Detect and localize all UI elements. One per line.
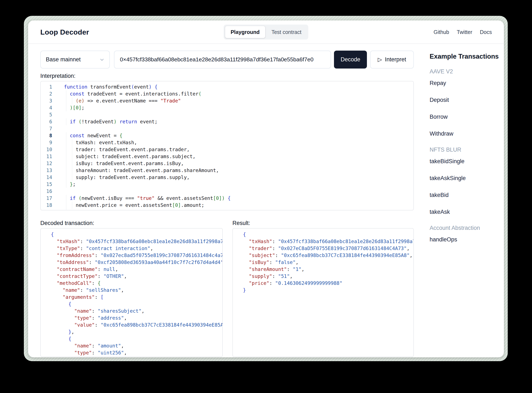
line-number: 9 <box>41 139 60 146</box>
indent-guide <box>64 209 70 210</box>
sidebar-group-nfts-blur: NFTS BLURtakeBidSingletakeAskSingletakeB… <box>430 147 504 216</box>
json-line: "subject": "0xc65fea898bcb37C7cE338184fe… <box>243 252 413 259</box>
code-line: 15}; <box>41 181 413 188</box>
network-select-value: Base mainnet <box>46 56 81 63</box>
sidebar-item-borrow[interactable]: Borrow <box>430 113 504 120</box>
indent-guide <box>64 132 70 139</box>
code-line: 17if (newEvent.isBuy === "true" && event… <box>41 195 413 202</box>
sidebar-item-withdraw[interactable]: Withdraw <box>430 130 504 137</box>
json-line: "price": "0.1463062499999999988" <box>243 280 413 287</box>
line-number: 16 <box>41 188 60 195</box>
code-line: 10trader: tradeEvent.event.params.trader… <box>41 146 413 153</box>
line-number: 15 <box>41 181 60 188</box>
link-github[interactable]: Github <box>434 29 449 35</box>
tab-bar: PlaygroundTest contract <box>224 25 308 39</box>
result-panel[interactable]: {"txHash": "0x457fcf338baf66a08ebc81ea1e… <box>232 228 414 357</box>
line-number: 10 <box>41 146 60 153</box>
header: Loop Decoder PlaygroundTest contract Git… <box>28 20 504 44</box>
json-line: { <box>51 335 222 342</box>
indent-guide <box>64 104 70 111</box>
result-label: Result: <box>232 220 250 226</box>
json-line: "fromAddress": "0x027ec8ad5f0755e8199c37… <box>51 252 222 259</box>
code-line: 8const newEvent = { <box>41 132 413 139</box>
line-number: 2 <box>41 90 60 97</box>
code-line: 6if (!tradeEvent) return event; <box>41 118 413 125</box>
header-links: GithubTwitterDocs <box>434 29 492 35</box>
code-line: 4)[0]; <box>41 104 413 111</box>
indent-guide <box>64 139 75 146</box>
sidebar-item-handleops[interactable]: handleOps <box>430 236 504 243</box>
json-line: { <box>51 231 222 238</box>
code-line: 18newEvent.price = event.assetsSent[0].a… <box>41 202 413 209</box>
decoded-transaction-panel[interactable]: {"txHash": "0x457fcf338baf66a08ebc81ea1e… <box>40 228 223 357</box>
json-line: "value": "1" <box>51 356 222 357</box>
line-number: 5 <box>41 111 60 118</box>
indent-guide <box>64 202 75 209</box>
tab-playground[interactable]: Playground <box>225 26 265 38</box>
link-docs[interactable]: Docs <box>480 29 492 35</box>
indent-guide <box>64 167 75 174</box>
json-line: "type": "uint256", <box>51 349 222 356</box>
json-line: "txType": "contract interaction", <box>51 245 222 252</box>
code-line: 19} <box>41 209 413 210</box>
sidebar-item-takeask[interactable]: takeAsk <box>430 208 504 216</box>
json-line: "value": "0xc65fea898bcb37C7cE338184fe44… <box>51 322 222 329</box>
sidebar-item-takebid[interactable]: takeBid <box>430 192 504 199</box>
code-line: 3(e) => e.event.eventName === "Trade" <box>41 97 413 104</box>
indent-guide <box>64 160 75 167</box>
json-line: "name": "sellShares", <box>51 287 222 294</box>
line-number: 12 <box>41 160 60 167</box>
line-number: 18 <box>41 202 60 209</box>
decode-button[interactable]: Decode <box>334 51 367 69</box>
sidebar-item-takebidsingle[interactable]: takeBidSingle <box>430 158 504 165</box>
tab-test-contract[interactable]: Test contract <box>266 26 307 38</box>
sidebar-item-deposit[interactable]: Deposit <box>430 96 504 103</box>
decoded-transaction-label: Decoded transaction: <box>40 220 94 226</box>
line-number: 11 <box>41 153 60 160</box>
json-line: "name": "amount", <box>51 342 222 349</box>
indent-guide <box>64 90 70 97</box>
interpret-button-label: Interpret <box>385 56 406 63</box>
code-line: 14supply: tradeEvent.event.params.supply… <box>41 174 413 181</box>
indent-guide <box>64 146 75 153</box>
json-line: "methodCall": { <box>51 280 222 287</box>
chevron-down-icon <box>100 57 104 62</box>
sidebar-item-repay[interactable]: Repay <box>430 79 504 87</box>
code-line: 9txHash: event.txHash, <box>41 139 413 146</box>
play-icon: ▷ <box>378 56 382 63</box>
tx-hash-input[interactable] <box>114 51 331 69</box>
network-select[interactable]: Base mainnet <box>40 51 110 69</box>
code-line: 2const tradeEvent = event.interactions.f… <box>41 90 413 97</box>
json-line: "isBuy": "false", <box>243 259 413 266</box>
json-line: "arguments": [ <box>51 294 222 301</box>
json-line: "trader": "0x027eC8aD5F0755E8199c370877d… <box>243 245 413 252</box>
json-line: "toAddress": "0xcf205808ed36593aa40a44f1… <box>51 259 222 266</box>
sidebar-item-takeasksingle[interactable]: takeAskSingle <box>430 175 504 182</box>
code-line: 12isBuy: tradeEvent.event.params.isBuy, <box>41 160 413 167</box>
line-number: 1 <box>41 84 60 90</box>
json-line: "txHash": "0x457fcf338baf66a08ebc81ea1e2… <box>51 238 222 245</box>
app-card: Loop Decoder PlaygroundTest contract Git… <box>28 20 504 357</box>
line-number: 6 <box>41 118 60 125</box>
line-number: 17 <box>41 195 60 202</box>
code-editor[interactable]: 1function transformEvent(event) {2const … <box>40 81 414 210</box>
indent-guide <box>64 97 75 104</box>
code-line: 16 <box>41 188 413 195</box>
indent-guide <box>64 181 70 188</box>
example-transactions-sidebar: Example Transactions AAVE V2RepayDeposit… <box>430 53 504 243</box>
indent-guide <box>64 195 70 202</box>
json-line: "contractType": "OTHER", <box>51 273 222 280</box>
json-line: }, <box>51 329 222 335</box>
json-line: { <box>51 301 222 308</box>
indent-guide <box>64 118 70 125</box>
sidebar-group-heading: AAVE V2 <box>430 68 504 75</box>
indent-guide <box>64 174 75 181</box>
code-line: 11subject: tradeEvent.event.params.subje… <box>41 153 413 160</box>
json-line: "supply": "51", <box>243 273 413 280</box>
interpret-button[interactable]: ▷ Interpret <box>370 51 414 69</box>
json-line: { <box>243 231 413 238</box>
line-number: 4 <box>41 104 60 111</box>
indent-guide <box>64 153 75 160</box>
sidebar-group-heading: Account Abstraction <box>430 225 504 231</box>
link-twitter[interactable]: Twitter <box>457 29 472 35</box>
